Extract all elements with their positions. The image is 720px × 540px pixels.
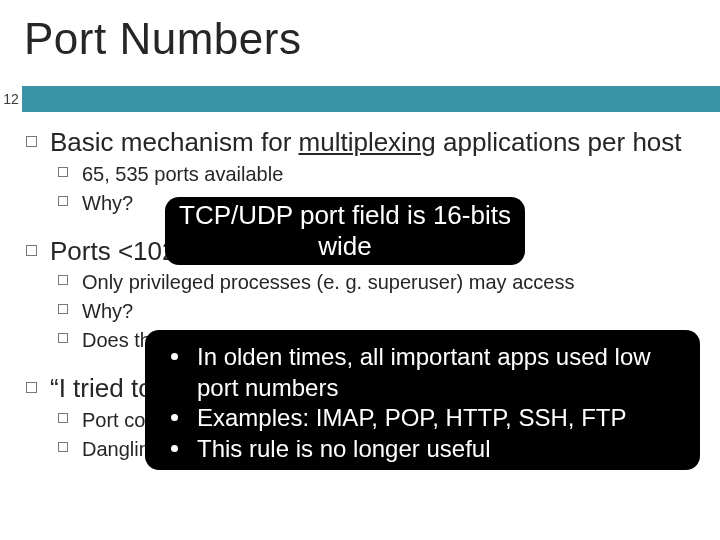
bullet-1b-text: Why?	[82, 192, 133, 214]
square-bullet-icon	[26, 245, 37, 256]
callout-bottom-item-3-text: This rule is no longer useful	[197, 435, 490, 462]
bullet-1-text-a: Basic mechanism for	[50, 127, 299, 157]
callout-top: TCP/UDP port field is 16‑bits wide	[165, 197, 525, 265]
callout-bottom-item-2: Examples: IMAP, POP, HTTP, SSH, FTP	[163, 403, 686, 434]
square-bullet-icon	[58, 333, 68, 343]
square-bullet-icon	[58, 304, 68, 314]
bullet-2a: Only privileged processes (e. g. superus…	[0, 269, 720, 296]
bullet-1-text-underlined: multiplexing	[299, 127, 436, 157]
square-bullet-icon	[58, 167, 68, 177]
slide: Port Numbers 12 Basic mechanism for mult…	[0, 0, 720, 540]
bullet-2b: Why?	[0, 298, 720, 325]
square-bullet-icon	[58, 413, 68, 423]
bullet-1: Basic mechanism for multiplexing applica…	[0, 126, 720, 159]
callout-top-text: TCP/UDP port field is 16‑bits wide	[173, 200, 517, 261]
bullet-1-text-c: applications per host	[436, 127, 682, 157]
callout-bottom-item-1: In olden times, all important apps used …	[163, 342, 686, 403]
callout-bottom: In olden times, all important apps used …	[145, 330, 700, 470]
callout-bottom-item-3: This rule is no longer useful	[163, 434, 686, 465]
square-bullet-icon	[26, 136, 37, 147]
bullet-1a-text: 65, 535 ports available	[82, 163, 283, 185]
header-bar	[0, 86, 720, 112]
page-number: 12	[0, 86, 22, 112]
square-bullet-icon	[26, 382, 37, 393]
bullet-dot-icon	[171, 445, 178, 452]
slide-title: Port Numbers	[24, 14, 301, 64]
bullet-2b-text: Why?	[82, 300, 133, 322]
callout-bottom-item-1-text: In olden times, all important apps used …	[197, 343, 651, 401]
bullet-1a: 65, 535 ports available	[0, 161, 720, 188]
square-bullet-icon	[58, 275, 68, 285]
bullet-dot-icon	[171, 414, 178, 421]
square-bullet-icon	[58, 196, 68, 206]
bullet-dot-icon	[171, 353, 178, 360]
callout-bottom-item-2-text: Examples: IMAP, POP, HTTP, SSH, FTP	[197, 404, 626, 431]
square-bullet-icon	[58, 442, 68, 452]
bullet-2a-text: Only privileged processes (e. g. superus…	[82, 271, 574, 293]
